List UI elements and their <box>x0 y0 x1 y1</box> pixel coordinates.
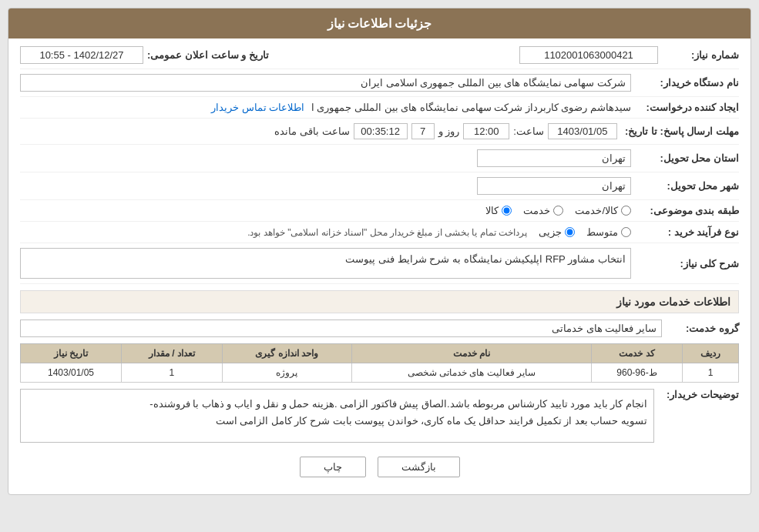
table-cell-name: سایر فعالیت های خدماتی شخصی <box>351 363 592 383</box>
need-number-label: شماره نیاز: <box>662 49 739 61</box>
deadline-label: مهلت ارسال پاسخ: تا تاریخ: <box>617 125 739 137</box>
buyer-org-area: شرکت سهامی نمایشگاه های بین المللی جمهور… <box>20 74 631 92</box>
service-group-label: گروه خدمت: <box>662 323 739 334</box>
table-cell-count: 1 <box>121 363 222 383</box>
creator-row: ایجاد کننده درخواست: سیدهاشم رضوی کاربرد… <box>20 102 739 119</box>
creator-link[interactable]: اطلاعات تماس خریدار <box>211 102 304 113</box>
deadline-days: 7 <box>411 123 435 139</box>
services-section-header: اطلاعات خدمات مورد نیاز <box>20 290 739 313</box>
col-name: نام خدمت <box>351 344 592 363</box>
col-count: تعداد / مقدار <box>121 344 222 363</box>
need-number-row: شماره نیاز: 1102001063000421 تاریخ و ساع… <box>20 46 739 69</box>
deadline-countdown: 00:35:12 <box>354 123 408 139</box>
province-row: استان محل تحویل: تهران <box>20 149 739 172</box>
creator-label: ایجاد کننده درخواست: <box>631 102 739 113</box>
col-code: کد خدمت <box>592 344 683 363</box>
radio-kala-khadamat-label: کالا/خدمت <box>575 205 618 216</box>
print-button[interactable]: چاپ <box>300 457 366 477</box>
page-wrapper: جزئیات اطلاعات نیاز شماره نیاز: 11020010… <box>0 0 759 503</box>
button-bar: بازگشت چاپ <box>20 447 739 487</box>
process-row: نوع فرآیند خرید : متوسط جزیی پرداخت تمام… <box>20 226 739 243</box>
buyer-notes-value: انجام کار باید مورد تایید کارشناس مربوطه… <box>20 389 654 443</box>
buyer-notes-row: توضیحات خریدار: انجام کار باید مورد تایی… <box>20 389 739 443</box>
radio-khadamat-label: خدمت <box>523 205 550 216</box>
radio-kala-label: کالا <box>485 205 499 216</box>
announce-date-area: تاریخ و ساعت اعلان عمومی: 1402/12/27 - 1… <box>20 46 269 64</box>
city-value: تهران <box>477 177 631 195</box>
need-number-value: 1102001063000421 <box>519 46 658 64</box>
table-header-row: ردیف کد خدمت نام خدمت واحد اندازه گیری ت… <box>21 344 739 363</box>
category-radio-group: کالا/خدمت خدمت کالا <box>20 205 631 216</box>
items-table: ردیف کد خدمت نام خدمت واحد اندازه گیری ت… <box>20 343 739 383</box>
radio-motavaset-label: متوسط <box>586 226 618 238</box>
radio-kala-khadamat-input[interactable] <box>621 206 631 216</box>
radio-kala-khadamat: کالا/خدمت <box>575 205 631 216</box>
description-area: انتخاب مشاور RFP اپلیکیشن نمایشگاه به شر… <box>20 248 631 279</box>
city-area: تهران <box>20 177 631 195</box>
radio-kala: کالا <box>485 205 512 216</box>
items-table-body: 1ط-96-960سایر فعالیت های خدماتی شخصیپروژ… <box>21 363 739 383</box>
back-button[interactable]: بازگشت <box>378 457 460 477</box>
process-label: نوع فرآیند خرید : <box>631 226 739 238</box>
radio-jozvi-input[interactable] <box>565 227 575 237</box>
city-row: شهر محل تحویل: تهران <box>20 177 739 200</box>
col-row: ردیف <box>682 344 738 363</box>
radio-motavaset: متوسط <box>586 226 631 238</box>
deadline-date: 1403/01/05 <box>548 123 617 139</box>
category-area: کالا/خدمت خدمت کالا <box>20 205 631 216</box>
city-label: شهر محل تحویل: <box>631 180 739 192</box>
category-label: طبقه بندی موضوعی: <box>631 205 739 216</box>
deadline-row: مهلت ارسال پاسخ: تا تاریخ: 1403/01/05 سا… <box>20 123 739 145</box>
description-row: شرح کلی نیاز: انتخاب مشاور RFP اپلیکیشن … <box>20 248 739 284</box>
card-header: جزئیات اطلاعات نیاز <box>8 8 751 38</box>
service-group-area: سایر فعالیت های خدماتی <box>20 320 662 337</box>
page-title: جزئیات اطلاعات نیاز <box>327 17 432 30</box>
radio-motavaset-input[interactable] <box>621 227 631 237</box>
province-value: تهران <box>477 149 631 167</box>
buyer-org-row: نام دستگاه خریدار: شرکت سهامی نمایشگاه ه… <box>20 74 739 97</box>
announce-datetime-label: تاریخ و ساعت اعلان عمومی: <box>147 49 269 61</box>
category-row: طبقه بندی موضوعی: کالا/خدمت خدمت <box>20 205 739 222</box>
creator-value: سیدهاشم رضوی کاربرداز شرکت سهامی نمایشگا… <box>311 102 631 113</box>
main-card: جزئیات اطلاعات نیاز شماره نیاز: 11020010… <box>8 8 751 495</box>
creator-area: سیدهاشم رضوی کاربرداز شرکت سهامی نمایشگا… <box>20 102 631 113</box>
table-cell-unit: پروژه <box>222 363 351 383</box>
radio-khadamat: خدمت <box>523 205 563 216</box>
province-area: تهران <box>20 149 631 167</box>
process-note: پرداخت تمام یا بخشی از مبلغ خریدار محل "… <box>247 227 527 238</box>
deadline-day-label: روز و <box>438 125 460 137</box>
col-unit: واحد اندازه گیری <box>222 344 351 363</box>
description-label: شرح کلی نیاز: <box>631 258 739 269</box>
description-value: انتخاب مشاور RFP اپلیکیشن نمایشگاه به شر… <box>20 248 631 279</box>
process-area: متوسط جزیی پرداخت تمام یا بخشی از مبلغ خ… <box>20 226 631 238</box>
service-group-value: سایر فعالیت های خدماتی <box>20 320 662 337</box>
deadline-date-row: 1403/01/05 ساعت: 12:00 روز و 7 00:35:12 … <box>20 123 617 139</box>
buyer-org-label: نام دستگاه خریدار: <box>631 77 739 89</box>
table-cell-date: 1403/01/05 <box>21 363 122 383</box>
deadline-area: 1403/01/05 ساعت: 12:00 روز و 7 00:35:12 … <box>20 123 617 139</box>
deadline-time-label: ساعت: <box>513 125 544 137</box>
buyer-notes-area: انجام کار باید مورد تایید کارشناس مربوطه… <box>20 389 654 443</box>
radio-jozvi: جزیی <box>539 226 575 238</box>
radio-khadamat-input[interactable] <box>553 206 563 216</box>
announce-datetime-value: 1402/12/27 - 10:55 <box>20 46 143 64</box>
province-label: استان محل تحویل: <box>631 152 739 164</box>
deadline-countdown-label: ساعت باقی مانده <box>274 125 349 137</box>
need-number-right: شماره نیاز: 1102001063000421 <box>519 46 739 64</box>
radio-kala-input[interactable] <box>502 206 512 216</box>
buyer-org-value: شرکت سهامی نمایشگاه های بین المللی جمهور… <box>20 74 631 92</box>
table-cell-row: 1 <box>682 363 738 383</box>
table-row: 1ط-96-960سایر فعالیت های خدماتی شخصیپروژ… <box>21 363 739 383</box>
deadline-time: 12:00 <box>463 123 509 139</box>
items-table-header: ردیف کد خدمت نام خدمت واحد اندازه گیری ت… <box>21 344 739 363</box>
service-group-row: گروه خدمت: سایر فعالیت های خدماتی <box>20 320 739 337</box>
buyer-notes-label: توضیحات خریدار: <box>654 389 739 400</box>
col-date: تاریخ نیاز <box>21 344 122 363</box>
radio-jozvi-label: جزیی <box>539 226 562 238</box>
table-cell-code: ط-96-960 <box>592 363 683 383</box>
process-radio-group: متوسط جزیی پرداخت تمام یا بخشی از مبلغ خ… <box>20 226 631 238</box>
card-body: شماره نیاز: 1102001063000421 تاریخ و ساع… <box>8 38 751 494</box>
